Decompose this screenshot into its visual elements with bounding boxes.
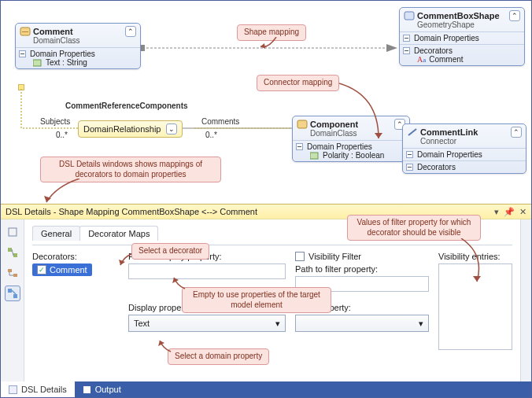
details-toolbar [1, 219, 24, 381]
property-text: Text : String [46, 58, 87, 67]
visibility-filter-label: Visibility Filter [308, 252, 361, 261]
minus-icon[interactable] [403, 35, 410, 42]
callout-visibility-entries: Values of filter property for which deco… [347, 215, 481, 241]
svg-rect-5 [405, 12, 414, 20]
visibility-filter-checkbox[interactable]: ✓ [295, 252, 305, 261]
svg-rect-8 [9, 228, 17, 236]
scrollbar[interactable] [520, 219, 531, 381]
node-subtitle: Connector [403, 137, 526, 148]
section-label: Domain Properties [30, 50, 95, 58]
connector-icon [407, 127, 418, 137]
tab-output[interactable]: Output [75, 381, 129, 397]
tab-icon [83, 385, 91, 394]
multiplicity: 0..* [205, 131, 217, 139]
filter-prop-select[interactable]: ▾ [295, 315, 429, 332]
commentbox-shape[interactable]: CommentBoxShape ⌃ GeometryShape Domain P… [399, 7, 525, 66]
details-title: DSL Details - Shape Mapping CommentBoxSh… [6, 207, 257, 216]
node-title: CommentBoxShape [417, 11, 500, 20]
tab-label: DSL Details [21, 385, 67, 394]
font-icon: Aa [417, 55, 426, 64]
svg-rect-6 [297, 120, 307, 128]
bottom-tab-bar: DSL Details Output [1, 381, 531, 397]
tab-dsl-details[interactable]: DSL Details [1, 381, 75, 397]
svg-rect-4 [33, 60, 41, 66]
svg-rect-11 [8, 269, 12, 272]
section-label: Domain Properties [417, 150, 482, 159]
lollipop-icon [18, 84, 24, 90]
pin-icon[interactable]: 📌 [504, 207, 515, 217]
svg-rect-3 [22, 31, 28, 32]
svg-rect-10 [13, 253, 17, 257]
display-prop-value: Text [134, 319, 150, 328]
minus-icon[interactable] [406, 151, 413, 158]
property-icon [310, 152, 320, 160]
tab-label: Output [95, 385, 121, 394]
comment-link[interactable]: CommentLink ⌃ Connector Domain Propertie… [402, 123, 526, 174]
minus-icon[interactable] [406, 164, 413, 171]
dropdown-icon[interactable]: ▾ [494, 207, 499, 217]
callout-connector-mapping: Connector mapping [257, 75, 339, 91]
role-label: Comments [201, 117, 239, 126]
tab-general[interactable]: General [32, 226, 80, 241]
minus-icon[interactable] [296, 143, 303, 150]
class-icon [297, 120, 308, 129]
svg-rect-7 [310, 153, 318, 159]
checkbox-icon[interactable]: ✓ [37, 265, 46, 275]
path-filter-label: Path to filter property: [295, 264, 429, 274]
chevron-down-icon: ▾ [275, 319, 280, 329]
node-title: CommentLink [420, 127, 478, 137]
svg-rect-12 [13, 274, 17, 277]
section-label: Domain Properties [414, 34, 479, 42]
collapse-icon[interactable]: ⌃ [511, 127, 522, 138]
multiplicity: 0..* [56, 131, 68, 139]
domain-relationship[interactable]: DomainRelationship ⌄ [78, 120, 183, 138]
minus-icon[interactable] [403, 47, 410, 54]
path-display-input[interactable] [128, 263, 286, 279]
node-subtitle: DomainClass [16, 36, 140, 47]
collapse-icon[interactable]: ⌃ [125, 26, 136, 37]
property-text: Polarity : Boolean [323, 151, 384, 160]
decorator-text: Comment [429, 55, 463, 64]
callout-empty-path: Empty to use properties of the target mo… [182, 287, 331, 313]
tool-1[interactable] [5, 224, 20, 240]
tool-maps[interactable] [5, 286, 20, 301]
svg-rect-13 [8, 289, 12, 293]
role-label: Subjects [40, 117, 70, 126]
section-label: Decorators [414, 46, 453, 55]
relationship-name: CommentReferenceComponents [65, 101, 188, 110]
decorator-item[interactable]: ✓ Comment [32, 263, 92, 276]
collapse-icon[interactable]: ⌃ [509, 10, 520, 21]
decorator-name: Comment [50, 265, 87, 275]
callout-select-decorator: Select a decorator [131, 243, 209, 260]
display-prop-select[interactable]: Text ▾ [128, 315, 286, 332]
callout-select-domain-prop: Select a domain property [168, 348, 269, 365]
node-subtitle: GeometryShape [400, 20, 524, 31]
node-title: Comment [33, 27, 73, 36]
relationship-label: DomainRelationship [83, 124, 161, 134]
minus-icon[interactable] [19, 50, 26, 57]
tool-3[interactable] [5, 265, 20, 281]
tab-decorator-maps[interactable]: Decorator Maps [79, 226, 158, 241]
section-label: Domain Properties [307, 142, 372, 151]
chevron-icon[interactable]: ⌄ [166, 123, 177, 135]
shape-icon [404, 11, 415, 20]
property-icon [33, 59, 42, 67]
svg-rect-14 [13, 294, 17, 298]
section-label: Decorators [417, 163, 456, 171]
close-icon[interactable]: ✕ [519, 207, 526, 217]
tab-icon [9, 385, 17, 394]
class-icon [20, 27, 31, 36]
svg-rect-9 [8, 248, 12, 252]
decorators-label: Decorators: [32, 252, 119, 261]
comment-class[interactable]: Comment ⌃ DomainClass Domain Properties … [15, 23, 141, 69]
chevron-down-icon: ▾ [419, 319, 423, 329]
tool-2[interactable] [5, 245, 20, 260]
